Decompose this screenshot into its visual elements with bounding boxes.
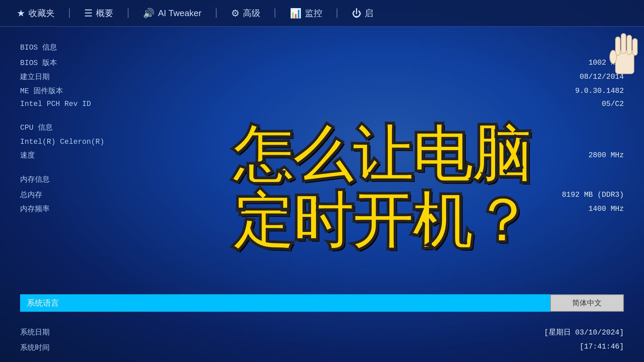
bios-version-label: BIOS 版本 [20, 58, 121, 68]
system-date-label: 系统日期 [20, 327, 121, 337]
total-memory-value: 8192 MB (DDR3) [523, 191, 624, 199]
svg-rect-3 [627, 35, 632, 55]
nav-label-power: 启 [365, 7, 373, 19]
bios-date-row: 建立日期 08/12/2014 [20, 70, 624, 84]
system-time-row: 系统时间 [17:41:46] [20, 340, 624, 355]
nav-label-advanced: 高级 [243, 7, 260, 19]
system-time-label: 系统时间 [20, 343, 121, 353]
pch-rev-value: 05/C2 [523, 100, 624, 108]
total-memory-label: 总内存 [20, 190, 121, 200]
me-firmware-label: ME 固件版本 [20, 86, 121, 96]
overlay-line2: 定时开机？ [232, 188, 531, 254]
pch-rev-label: Intel PCH Rev ID [20, 100, 121, 108]
cpu-speed-value: 2800 MHz [523, 151, 624, 160]
memory-freq-value: 1400 MHz [523, 205, 624, 213]
nav-sep-2: | [123, 7, 133, 19]
ai-tweaker-icon: 🔊 [143, 8, 155, 19]
nav-label-ai-tweaker: AI Tweaker [158, 8, 202, 18]
nav-label-overview: 概要 [96, 7, 113, 19]
bios-info-section: BIOS 信息 BIOS 版本 1002 x64 建立日期 08/12/2014… [20, 40, 624, 110]
cpu-speed-label: 速度 [20, 150, 121, 160]
advanced-icon: ⚙ [231, 8, 239, 19]
memory-info-title: 内存信息 [20, 174, 121, 184]
language-bar[interactable]: 系统语言 简体中文 [20, 294, 624, 312]
nav-sep-1: | [65, 7, 74, 19]
svg-rect-4 [633, 39, 637, 55]
nav-sep-4: | [270, 7, 280, 19]
svg-rect-1 [615, 37, 620, 55]
pch-rev-row: Intel PCH Rev ID 05/C2 [20, 98, 624, 110]
bottom-info: 系统日期 [星期日 03/10/2024] 系统时间 [17:41:46] [20, 324, 624, 355]
nav-item-favorites[interactable]: ★ 收藏夹 [7, 0, 65, 26]
system-time-value: [17:41:46] [523, 343, 624, 353]
overlay-line1: 怎么让电脑 [232, 121, 531, 188]
language-label: 系统语言 [20, 294, 550, 312]
cpu-info-title: CPU 信息 [20, 122, 121, 132]
cpu-model-label: Intel(R) Celeron(R) [20, 138, 121, 146]
hand-cursor [604, 27, 644, 80]
nav-sep-5: | [332, 7, 342, 19]
memory-freq-label: 内存频率 [20, 204, 121, 214]
nav-bar: ★ 收藏夹 | ☰ 概要 | 🔊 AI Tweaker | ⚙ 高级 | 📊 监… [0, 0, 644, 27]
svg-rect-2 [621, 34, 626, 54]
nav-item-power[interactable]: ⏻ 启 [342, 0, 383, 26]
me-firmware-row: ME 固件版本 9.0.30.1482 [20, 84, 624, 98]
overlay-text: 怎么让电脑 定时开机？ [232, 121, 531, 254]
system-date-row: 系统日期 [星期日 03/10/2024] [20, 324, 624, 340]
monitor-icon: 📊 [290, 8, 302, 19]
power-icon: ⏻ [352, 8, 361, 19]
bios-info-title: BIOS 信息 [20, 42, 121, 52]
nav-item-overview[interactable]: ☰ 概要 [74, 0, 123, 26]
list-icon: ☰ [84, 8, 93, 19]
nav-item-advanced[interactable]: ⚙ 高级 [221, 0, 270, 26]
nav-label-favorites: 收藏夹 [29, 7, 55, 19]
svg-point-5 [610, 50, 616, 64]
bios-version-row: BIOS 版本 1002 x64 [20, 56, 624, 70]
system-date-value: [星期日 03/10/2024] [523, 327, 624, 337]
nav-item-monitor[interactable]: 📊 监控 [280, 0, 332, 26]
nav-label-monitor: 监控 [305, 7, 322, 19]
nav-sep-3: | [212, 7, 221, 19]
bios-info-header: BIOS 信息 [20, 40, 624, 56]
me-firmware-value: 9.0.30.1482 [523, 87, 624, 95]
language-value[interactable]: 简体中文 [550, 294, 624, 312]
bios-date-label: 建立日期 [20, 72, 121, 82]
star-icon: ★ [17, 8, 25, 19]
nav-item-ai-tweaker[interactable]: 🔊 AI Tweaker [133, 0, 212, 26]
